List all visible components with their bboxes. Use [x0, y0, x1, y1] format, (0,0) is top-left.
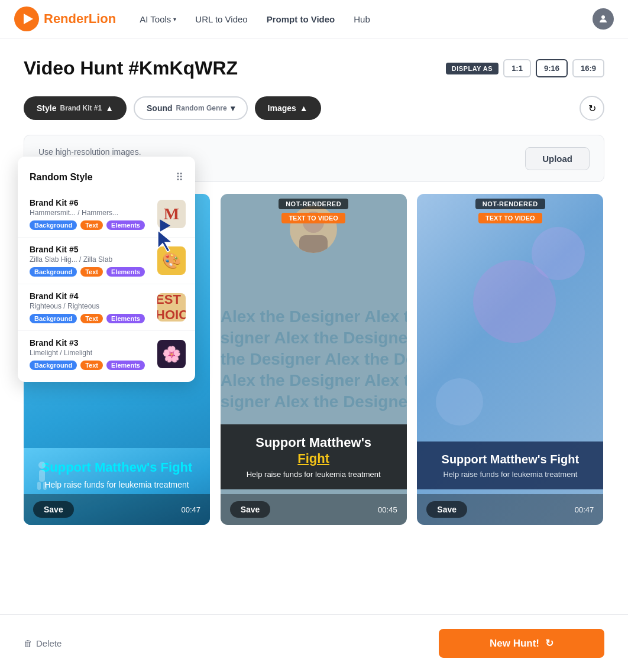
card3-text-block: Support Matthew's Fight Help raise funds…: [417, 441, 603, 489]
style-value: Brand Kit #1: [60, 104, 102, 112]
dropdown-header: Random Style ⠿: [18, 166, 195, 191]
card3-save-button[interactable]: Save: [426, 501, 467, 518]
logo[interactable]: RenderLion: [14, 7, 116, 31]
card3-text-to-video-badge: TEXT TO VIDEO: [478, 213, 542, 223]
style-button[interactable]: Style Brand Kit #1 ▲: [24, 96, 127, 120]
kit-5-preview: 🎨: [157, 246, 186, 275]
style-chevron-icon: ▲: [105, 103, 114, 113]
kit-6-text-tag: Text: [80, 220, 103, 230]
kit-5-text-tag: Text: [80, 267, 103, 277]
card1-save-button[interactable]: Save: [33, 501, 74, 518]
card1-figure: [33, 460, 51, 492]
kit-6-elements-tag: Elements: [106, 220, 145, 230]
card2-bottom: Save 00:45: [221, 494, 407, 525]
card2-badges: NOT-RENDERED TEXT TO VIDEO: [221, 199, 407, 223]
delete-label: Delete: [36, 638, 61, 648]
nav-links: AI Tools ▾ URL to Video Prompt to Video …: [140, 14, 593, 24]
kit-5-elements-tag: Elements: [106, 267, 145, 277]
style-label: Style: [37, 103, 56, 113]
svg-rect-6: [37, 482, 41, 490]
brand-kit-4-item[interactable]: Brand Kit #4 Righteous / Righteous Backg…: [18, 284, 195, 331]
refresh-icon: ↻: [588, 103, 596, 114]
card1-subtitle: Help raise funds for leukemia treatment: [44, 480, 189, 489]
brand-kit-3-item[interactable]: Brand Kit #3 Limelight / Limelight Backg…: [18, 331, 195, 377]
nav-prompt-to-video[interactable]: Prompt to Video: [267, 14, 335, 24]
main-content: Video Hunt #KmKqWRZ DISPLAY AS 1:1 9:16 …: [0, 38, 628, 563]
kit-3-preview: 🌸: [157, 340, 186, 368]
nav-ai-tools[interactable]: AI Tools ▾: [140, 14, 176, 24]
kit-6-preview: M: [157, 200, 186, 228]
ai-tools-chevron: ▾: [173, 16, 176, 22]
images-chevron-icon: ▲: [300, 103, 308, 113]
brand-kit-6-item[interactable]: Brand Kit #6 Hammersmit... / Hammers... …: [18, 191, 195, 238]
kit-4-bg-tag: Background: [30, 314, 77, 323]
card2-title: Support Matthew'sFight: [230, 435, 397, 466]
card2-not-rendered-badge: NOT-RENDERED: [279, 199, 348, 209]
card3-not-rendered-badge: NOT-RENDERED: [475, 199, 545, 209]
page-title: Video Hunt #KmKqWRZ: [24, 57, 238, 79]
user-icon: [598, 14, 608, 24]
kit-3-bg-tag: Background: [30, 361, 77, 370]
dropdown-options-icon[interactable]: ⠿: [176, 171, 183, 184]
video-card-2[interactable]: Alex the Designer Alex the De signer Ale…: [221, 194, 407, 525]
svg-rect-7: [43, 482, 47, 490]
sound-chevron-icon: ▾: [231, 103, 235, 113]
kit-3-elements-tag: Elements: [106, 361, 145, 370]
images-button[interactable]: Images ▲: [255, 96, 321, 120]
svg-point-4: [38, 462, 46, 469]
kit-4-preview: BESTCHOICE: [157, 293, 186, 322]
kit-4-elements-tag: Elements: [106, 314, 145, 323]
kit-6-bg-tag: Background: [30, 220, 77, 230]
sound-value: Random Genre: [176, 104, 227, 112]
ratio-1-1-button[interactable]: 1:1: [503, 59, 531, 77]
sound-label: Sound: [147, 103, 173, 113]
images-label: Images: [268, 103, 296, 113]
page-header: Video Hunt #KmKqWRZ DISPLAY AS 1:1 9:16 …: [24, 57, 604, 79]
nav-url-to-video[interactable]: URL to Video: [195, 14, 247, 24]
svg-rect-5: [39, 470, 45, 482]
delete-button[interactable]: 🗑 Delete: [24, 638, 61, 648]
logo-text: RenderLion: [44, 11, 116, 27]
style-dropdown: Random Style ⠿ Brand Kit #6 Hammersmit..…: [18, 157, 195, 382]
card2-text-to-video-badge: TEXT TO VIDEO: [281, 213, 345, 223]
card2-text-block: Support Matthew'sFight Help raise funds …: [221, 424, 407, 489]
svg-point-2: [601, 15, 605, 19]
dropdown-title: Random Style: [30, 172, 93, 183]
card1-duration: 00:47: [181, 505, 200, 514]
card2-duration: 00:45: [378, 505, 397, 514]
ratio-16-9-button[interactable]: 16:9: [572, 59, 604, 77]
card3-title: Support Matthew's Fight: [426, 452, 594, 466]
nav-hub[interactable]: Hub: [354, 14, 370, 24]
sound-button[interactable]: Sound Random Genre ▾: [134, 96, 248, 120]
kit-5-bg-tag: Background: [30, 267, 77, 277]
brand-kit-5-item[interactable]: Brand Kit #5 Zilla Slab Hig... / Zilla S…: [18, 238, 195, 284]
card2-save-button[interactable]: Save: [230, 501, 271, 518]
logo-icon: [14, 7, 39, 31]
card3-badges: NOT-RENDERED TEXT TO VIDEO: [417, 199, 603, 223]
nav-right: [593, 8, 614, 30]
card3-duration: 00:47: [575, 505, 594, 514]
new-hunt-refresh-icon: ↻: [545, 637, 553, 650]
kit-4-text-tag: Text: [80, 314, 103, 323]
card2-subtitle: Help raise funds for leukemia treatment: [230, 470, 397, 479]
card3-subtitle: Help raise funds for leukemia treatment: [426, 470, 594, 479]
footer-bar: 🗑 Delete New Hunt! ↻: [0, 614, 628, 672]
toolbar: Style Brand Kit #1 ▲ Sound Random Genre …: [24, 96, 604, 121]
refresh-button[interactable]: ↻: [580, 96, 604, 121]
card3-bottom: Save 00:47: [417, 494, 603, 525]
card1-bottom: Save 00:47: [24, 494, 210, 525]
upload-button[interactable]: Upload: [525, 147, 590, 170]
kit-3-text-tag: Text: [80, 361, 103, 370]
card1-title: Support Matthew's Fight: [41, 460, 193, 475]
new-hunt-button[interactable]: New Hunt! ↻: [439, 629, 604, 658]
navbar: RenderLion AI Tools ▾ URL to Video Promp…: [0, 0, 628, 38]
svg-rect-9: [299, 235, 328, 253]
trash-icon: 🗑: [24, 638, 33, 648]
display-as-row: DISPLAY AS 1:1 9:16 16:9: [446, 59, 604, 77]
user-avatar-button[interactable]: [593, 8, 614, 30]
ratio-9-16-button[interactable]: 9:16: [536, 59, 568, 77]
video-card-3[interactable]: NOT-RENDERED TEXT TO VIDEO Support Matth…: [417, 194, 603, 525]
new-hunt-label: New Hunt!: [490, 638, 539, 650]
display-as-label: DISPLAY AS: [446, 63, 498, 74]
